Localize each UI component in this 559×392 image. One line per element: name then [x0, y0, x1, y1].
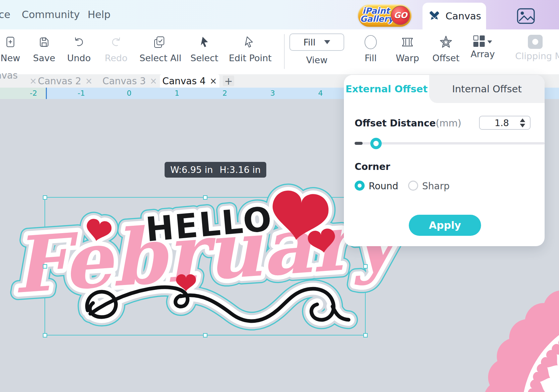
tool-label: Select All: [139, 53, 180, 63]
handle-top-mid[interactable]: [203, 196, 207, 199]
doily-corner[interactable]: [484, 290, 559, 392]
select-all-icon: [153, 35, 166, 50]
pen-brush-icon: [428, 9, 441, 23]
tool-select-all[interactable]: Select All: [139, 33, 180, 63]
corner-label: Corner: [355, 161, 390, 172]
clipping-mask-icon: [528, 35, 543, 49]
close-icon[interactable]: ×: [210, 76, 217, 86]
tool-undo[interactable]: Undo: [59, 33, 99, 63]
ruler-tick: -1: [71, 89, 91, 97]
handle-bottom-left[interactable]: [43, 333, 47, 337]
menu-item-clipped[interactable]: ce: [0, 9, 10, 20]
tool-label: Edit Point: [229, 53, 269, 63]
offset-panel: External Offset Internal Offset Offset D…: [344, 75, 545, 246]
close-icon[interactable]: ×: [29, 76, 37, 86]
handle-bottom-mid[interactable]: [203, 333, 207, 337]
tab-canvas-workspace[interactable]: Canvas: [423, 3, 486, 29]
tool-label: Fill: [351, 53, 391, 63]
tab-label: Canvas 2: [38, 76, 81, 87]
tool-fill[interactable]: Fill: [351, 33, 391, 63]
handle-bottom-right[interactable]: [364, 333, 367, 337]
tool-select[interactable]: Select: [184, 33, 224, 63]
ruler-tick: 2: [215, 89, 235, 97]
redo-icon: [110, 35, 122, 50]
slider-handle[interactable]: [370, 138, 382, 149]
corner-options: Round Sharp: [355, 180, 495, 192]
add-tab-button[interactable]: +: [223, 76, 234, 86]
spinner-up-icon[interactable]: [520, 118, 525, 122]
tool-edit-point[interactable]: Edit Point: [229, 33, 269, 63]
menu-item-community[interactable]: Community: [22, 9, 80, 20]
tool-label: Redo: [96, 53, 136, 63]
tool-label: Select: [184, 53, 224, 63]
slider-track[interactable]: [355, 142, 545, 144]
tool-label: Array: [463, 49, 503, 59]
tab-internal-offset[interactable]: Internal Offset: [429, 75, 545, 103]
save-icon: [38, 35, 50, 50]
undo-icon: [73, 35, 85, 50]
tab-external-offset[interactable]: External Offset: [344, 75, 429, 103]
tool-label: Clipping Mask: [515, 51, 555, 61]
offset-distance-slider: [355, 138, 545, 149]
image-tab[interactable]: [517, 8, 535, 25]
chevron-down-icon: [324, 40, 330, 44]
go-button[interactable]: GO: [391, 6, 410, 25]
tool-redo: Redo: [96, 33, 136, 63]
ipaint-gallery-badge[interactable]: iPaint Gallery GO: [358, 4, 411, 27]
menu-item-help[interactable]: Help: [88, 9, 110, 20]
handle-left-mid[interactable]: [43, 265, 47, 268]
radio-round[interactable]: [355, 181, 365, 191]
radio-sharp[interactable]: [408, 181, 418, 191]
main-toolbar: New Save Undo Redo Select All Select: [0, 29, 559, 75]
radio-round-label[interactable]: Round: [369, 181, 398, 192]
tool-label: Offset: [426, 53, 466, 63]
file-plus-icon: [4, 35, 16, 50]
chevron-down-icon[interactable]: [487, 40, 492, 43]
tool-save[interactable]: Save: [24, 33, 64, 63]
handle-right-mid[interactable]: [364, 265, 367, 268]
size-width: W:6.95 in: [170, 165, 213, 175]
close-icon[interactable]: ×: [150, 76, 157, 86]
spinner-down-icon[interactable]: [520, 124, 525, 127]
workspace-tab-label: Canvas: [446, 10, 481, 22]
tool-warp[interactable]: Warp: [387, 33, 428, 63]
radio-sharp-label[interactable]: Sharp: [422, 181, 450, 192]
offset-distance-label: Offset Distance(mm): [355, 118, 461, 129]
ruler-tick: 0: [119, 89, 139, 97]
offset-distance-input[interactable]: [484, 117, 519, 128]
tool-label: Save: [24, 53, 64, 63]
tool-label: Undo: [59, 53, 99, 63]
star-icon: [439, 35, 453, 50]
handle-top-left[interactable]: [43, 196, 47, 199]
warp-icon: [401, 35, 414, 50]
tool-offset[interactable]: Offset: [426, 33, 466, 63]
view-mode-dropdown[interactable]: Fill: [289, 33, 344, 51]
size-tooltip: W:6.95 in H:3.16 in: [165, 162, 266, 178]
tab-label: Canvas 4: [162, 76, 206, 87]
image-icon: [517, 8, 535, 24]
tool-label: Warp: [387, 53, 428, 63]
cursor-outline-icon: [243, 35, 255, 50]
array-grid-icon: [473, 35, 485, 47]
slider-filled-segment: [355, 142, 363, 145]
tab-canvas-4[interactable]: Canvas 4 ×: [160, 74, 219, 88]
size-height: H:3.16 in: [219, 165, 261, 175]
view-mode-value: Fill: [303, 37, 315, 47]
tool-array[interactable]: Array: [463, 33, 503, 59]
offset-panel-tabs: External Offset Internal Offset: [344, 75, 545, 103]
brand-logo-text: iPaint Gallery: [360, 7, 392, 23]
tab-canvas-2[interactable]: Canvas 2 ×: [37, 74, 94, 88]
ruler-tick: 3: [263, 89, 283, 97]
cursor-filled-icon: [198, 35, 210, 50]
offset-distance-input-box: [479, 116, 531, 130]
number-spinner: [520, 118, 525, 127]
tab-label: Canvas 3: [102, 76, 146, 87]
close-icon[interactable]: ×: [85, 76, 93, 86]
tab-canvas-1[interactable]: Canvas 1 ×: [0, 74, 37, 88]
ruler-tick: 1: [167, 89, 187, 97]
tab-canvas-3[interactable]: Canvas 3 ×: [100, 74, 159, 88]
top-menu-bar: ce Community Help iPaint Gallery GO Canv…: [0, 0, 559, 29]
apply-button[interactable]: Apply: [409, 215, 481, 236]
ruler-tick: -2: [23, 89, 43, 97]
view-group-label: View: [282, 55, 352, 65]
